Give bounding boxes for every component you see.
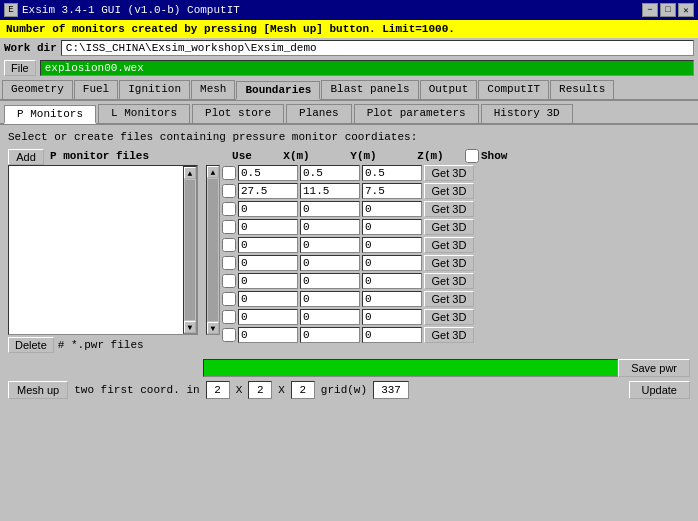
row1-get3d[interactable]: Get 3D (424, 165, 474, 181)
row9-get3d[interactable]: Get 3D (424, 309, 474, 325)
row3-x[interactable] (238, 201, 298, 217)
row4-get3d[interactable]: Get 3D (424, 219, 474, 235)
file-button[interactable]: File (4, 60, 36, 76)
row4-checkbox[interactable] (222, 220, 236, 234)
row10-x[interactable] (238, 327, 298, 343)
tab-l-monitors[interactable]: L Monitors (98, 104, 190, 123)
row6-z[interactable] (362, 255, 422, 271)
row2-checkbox[interactable] (222, 184, 236, 198)
row3-z[interactable] (362, 201, 422, 217)
title-bar-controls: − □ ✕ (642, 3, 694, 17)
table-scroll-down[interactable]: ▼ (207, 322, 219, 334)
scroll-bar-v[interactable]: ▲ ▼ (183, 166, 197, 334)
row8-x[interactable] (238, 291, 298, 307)
row2-x[interactable] (238, 183, 298, 199)
row8-y[interactable] (300, 291, 360, 307)
save-pwr-button[interactable]: Save pwr (618, 359, 690, 377)
tab-results[interactable]: Results (550, 80, 614, 99)
row6-x[interactable] (238, 255, 298, 271)
row10-z[interactable] (362, 327, 422, 343)
update-button[interactable]: Update (629, 381, 690, 399)
data-rows: Get 3D Get 3D (222, 165, 690, 343)
section-label: Select or create files containing pressu… (8, 131, 690, 143)
tab-ignition[interactable]: Ignition (119, 80, 190, 99)
table-row: Get 3D (222, 219, 690, 235)
header-use: Use (222, 150, 262, 162)
header-y: Y(m) (331, 150, 396, 162)
row7-x[interactable] (238, 273, 298, 289)
row2-z[interactable] (362, 183, 422, 199)
table-row: Get 3D (222, 273, 690, 289)
row3-y[interactable] (300, 201, 360, 217)
row5-checkbox[interactable] (222, 238, 236, 252)
row8-checkbox[interactable] (222, 292, 236, 306)
scroll-up-btn[interactable]: ▲ (184, 167, 196, 179)
scroll-down-btn[interactable]: ▼ (184, 321, 196, 333)
row1-y[interactable] (300, 165, 360, 181)
row2-y[interactable] (300, 183, 360, 199)
table-headers: Use X(m) Y(m) Z(m) Show (206, 149, 690, 163)
row2-get3d[interactable]: Get 3D (424, 183, 474, 199)
tab-planes[interactable]: Planes (286, 104, 352, 123)
row10-checkbox[interactable] (222, 328, 236, 342)
grid-value-input[interactable] (373, 381, 409, 399)
row1-x[interactable] (238, 165, 298, 181)
title-bar: E Exsim 3.4-1 GUI (v1.0-b) ComputIT − □ … (0, 0, 698, 20)
file-list-header: Add P monitor files (8, 149, 198, 165)
work-dir-value: C:\ISS_CHINA\Exsim_workshop\Exsim_demo (61, 40, 694, 56)
tab-plot-store[interactable]: Plot store (192, 104, 284, 123)
table-row: Get 3D (222, 291, 690, 307)
tab-p-monitors[interactable]: P Monitors (4, 105, 96, 124)
table-scroll-up[interactable]: ▲ (207, 166, 219, 178)
row9-y[interactable] (300, 309, 360, 325)
row7-get3d[interactable]: Get 3D (424, 273, 474, 289)
row5-z[interactable] (362, 237, 422, 253)
status-message: Number of monitors created by pressing [… (6, 23, 455, 35)
show-checkbox[interactable] (465, 149, 479, 163)
coord3-input[interactable] (291, 381, 315, 399)
row8-z[interactable] (362, 291, 422, 307)
tab-boundaries[interactable]: Boundaries (236, 81, 320, 100)
row1-z[interactable] (362, 165, 422, 181)
mesh-up-button[interactable]: Mesh up (8, 381, 68, 399)
maximize-button[interactable]: □ (660, 3, 676, 17)
tab-history-3d[interactable]: History 3D (481, 104, 573, 123)
row8-get3d[interactable]: Get 3D (424, 291, 474, 307)
row5-x[interactable] (238, 237, 298, 253)
coord2-input[interactable] (248, 381, 272, 399)
row1-checkbox[interactable] (222, 166, 236, 180)
row9-x[interactable] (238, 309, 298, 325)
minimize-button[interactable]: − (642, 3, 658, 17)
row4-y[interactable] (300, 219, 360, 235)
row9-z[interactable] (362, 309, 422, 325)
row7-checkbox[interactable] (222, 274, 236, 288)
row7-z[interactable] (362, 273, 422, 289)
row6-y[interactable] (300, 255, 360, 271)
delete-button[interactable]: Delete (8, 337, 54, 353)
work-dir-row: Work dir C:\ISS_CHINA\Exsim_workshop\Exs… (0, 38, 698, 58)
row3-checkbox[interactable] (222, 202, 236, 216)
row6-checkbox[interactable] (222, 256, 236, 270)
tab-computit[interactable]: ComputIT (478, 80, 549, 99)
table-scroll-left[interactable]: ▲ ▼ (206, 165, 220, 335)
tab-blast-panels[interactable]: Blast panels (321, 80, 418, 99)
row4-x[interactable] (238, 219, 298, 235)
row6-get3d[interactable]: Get 3D (424, 255, 474, 271)
row10-get3d[interactable]: Get 3D (424, 327, 474, 343)
close-button[interactable]: ✕ (678, 3, 694, 17)
tab-plot-parameters[interactable]: Plot parameters (354, 104, 479, 123)
row3-get3d[interactable]: Get 3D (424, 201, 474, 217)
row9-checkbox[interactable] (222, 310, 236, 324)
tab-output[interactable]: Output (420, 80, 478, 99)
row4-z[interactable] (362, 219, 422, 235)
row5-y[interactable] (300, 237, 360, 253)
row5-get3d[interactable]: Get 3D (424, 237, 474, 253)
tab-mesh[interactable]: Mesh (191, 80, 235, 99)
table-row: Get 3D (222, 309, 690, 325)
tab-geometry[interactable]: Geometry (2, 80, 73, 99)
add-button[interactable]: Add (8, 149, 44, 165)
coord1-input[interactable] (206, 381, 230, 399)
tab-fuel[interactable]: Fuel (74, 80, 118, 99)
row7-y[interactable] (300, 273, 360, 289)
row10-y[interactable] (300, 327, 360, 343)
